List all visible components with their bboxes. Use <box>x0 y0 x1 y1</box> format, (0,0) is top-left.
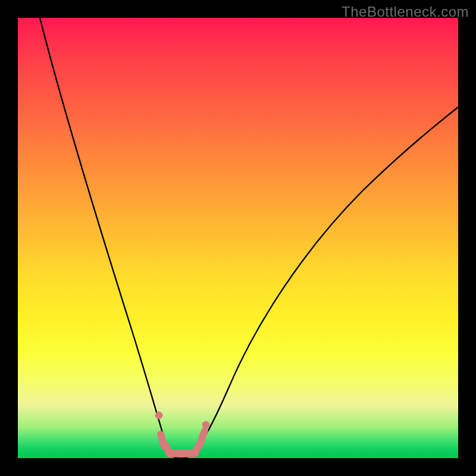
chart-svg <box>18 18 458 458</box>
svg-point-1 <box>202 421 209 428</box>
bottleneck-curve <box>40 18 458 458</box>
svg-point-0 <box>155 412 162 419</box>
marker-group <box>155 412 209 453</box>
chart-frame: TheBottleneck.com <box>0 0 476 476</box>
plot-area <box>18 18 458 458</box>
